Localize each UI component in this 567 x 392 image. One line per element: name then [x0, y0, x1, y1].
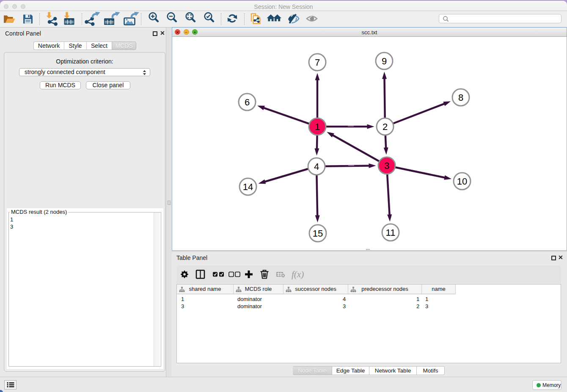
svg-text:15: 15 — [313, 228, 323, 239]
svg-text:14: 14 — [243, 182, 253, 192]
svg-text:8: 8 — [458, 92, 463, 103]
svg-text:7: 7 — [315, 57, 320, 68]
svg-text:6: 6 — [245, 97, 250, 108]
svg-text:f(x): f(x) — [292, 269, 304, 279]
svg-text:9: 9 — [382, 56, 387, 66]
svg-text:1: 1 — [315, 121, 320, 132]
svg-text:10: 10 — [457, 176, 467, 187]
svg-text:2: 2 — [383, 121, 388, 132]
svg-text:11: 11 — [386, 227, 396, 238]
svg-text:3: 3 — [384, 160, 389, 171]
svg-text:4: 4 — [314, 161, 319, 172]
